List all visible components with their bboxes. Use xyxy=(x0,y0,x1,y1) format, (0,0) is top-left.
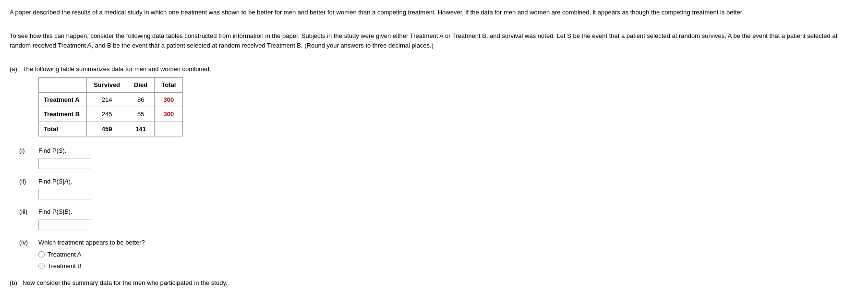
question-i-line: (i) Find P(S). xyxy=(19,146,858,156)
radio-option-treatment-b: Treatment B xyxy=(38,261,858,271)
col-header-total: Total xyxy=(155,78,183,93)
question-iv-line: (iv) Which treatment appears to be bette… xyxy=(19,238,858,247)
row-label-treatment-a: Treatment A xyxy=(39,92,87,107)
q-iv-num: (iv) xyxy=(19,238,38,247)
part-b-text: Now consider the summary data for the me… xyxy=(23,279,228,286)
q-ii-num: (ii) xyxy=(19,177,38,186)
row-label-treatment-b: Treatment B xyxy=(39,107,87,122)
answer-input-ii[interactable] xyxy=(38,189,91,199)
part-a-label: (a) xyxy=(10,65,17,73)
q-i-text: Find P(S). xyxy=(38,146,67,156)
cell-b-died: 55 xyxy=(127,107,155,122)
cell-total-total xyxy=(155,122,183,136)
q-iii-num: (iii) xyxy=(19,207,38,217)
part-a-description: (a) The following table summarizes data … xyxy=(10,64,858,74)
answer-input-i[interactable] xyxy=(38,159,91,169)
question-ii-line: (ii) Find P(S|A). xyxy=(19,177,858,186)
cell-a-died: 86 xyxy=(127,92,155,107)
radio-label-treatment-a: Treatment A xyxy=(48,250,81,259)
radio-treatment-b[interactable] xyxy=(38,263,45,269)
question-iv-block: (iv) Which treatment appears to be bette… xyxy=(19,238,858,271)
table-row: Treatment A 214 86 300 xyxy=(39,92,183,107)
col-header-survived: Survived xyxy=(87,78,127,93)
part-a-text: The following table summarizes data for … xyxy=(23,65,211,73)
q-i-num: (i) xyxy=(19,146,38,156)
radio-treatment-a[interactable] xyxy=(38,251,45,258)
question-ii-block: (ii) Find P(S|A). xyxy=(19,177,858,200)
q-iii-text: Find P(S|B). xyxy=(38,207,72,217)
cell-b-total: 300 xyxy=(155,107,183,122)
question-iii-line: (iii) Find P(S|B). xyxy=(19,207,858,217)
part-b-line: (b) Now consider the summary data for th… xyxy=(10,278,858,288)
cell-a-survived: 214 xyxy=(87,92,127,107)
intro-paragraph1: A paper described the results of a medic… xyxy=(10,8,858,17)
col-header-empty xyxy=(39,78,87,93)
part-b-label: (b) xyxy=(10,279,17,286)
radio-group-iv: Treatment A Treatment B xyxy=(38,250,858,270)
q-ii-text: Find P(S|A). xyxy=(38,177,72,186)
cell-total-died: 141 xyxy=(127,122,155,136)
data-table-container: Survived Died Total Treatment A 214 86 3… xyxy=(38,77,858,136)
radio-label-treatment-b: Treatment B xyxy=(48,261,82,271)
question-iii-block: (iii) Find P(S|B). xyxy=(19,207,858,230)
radio-option-treatment-a: Treatment A xyxy=(38,250,858,259)
col-header-died: Died xyxy=(127,78,155,93)
cell-total-survived: 459 xyxy=(87,122,127,136)
answer-input-iii[interactable] xyxy=(38,220,91,230)
summary-table: Survived Died Total Treatment A 214 86 3… xyxy=(38,77,183,136)
question-i-block: (i) Find P(S). xyxy=(19,146,858,169)
part-a-section: (a) The following table summarizes data … xyxy=(10,64,858,137)
cell-a-total: 300 xyxy=(155,92,183,107)
intro-paragraph2: To see how this can happen, consider the… xyxy=(10,31,858,50)
table-row-total: Total 459 141 xyxy=(39,122,183,136)
table-header-row: Survived Died Total xyxy=(39,78,183,93)
q-iv-text: Which treatment appears to be better? xyxy=(38,238,145,247)
table-row: Treatment B 245 55 300 xyxy=(39,107,183,122)
cell-b-survived: 245 xyxy=(87,107,127,122)
row-label-total: Total xyxy=(39,122,87,136)
